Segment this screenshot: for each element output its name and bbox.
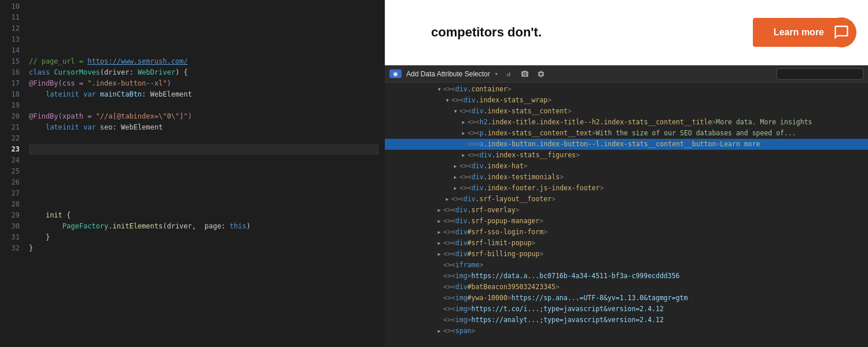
tree-row[interactable]: <> <div.srf-popup-manager> [385,216,868,227]
chat-icon [833,24,849,40]
tree-row[interactable]: <> <div.container> [385,84,868,95]
tree-expand-icon[interactable] [436,229,443,236]
right-panel: competitors don't. Learn more ◉ Add Data… [385,0,868,347]
refresh-button[interactable]: ↺ [503,68,514,80]
tree-expand-icon[interactable] [436,218,443,225]
search-input[interactable] [777,68,863,80]
tree-expand-icon[interactable] [452,185,459,192]
tree-row[interactable]: <> <iframe> [385,260,868,271]
selector-badge-icon: ◉ [393,71,398,77]
tree-expand-icon[interactable] [436,207,443,214]
tree-expand-icon[interactable] [460,152,467,159]
tree-row[interactable]: <> <img#ywa-10000> https://sp.ana...=UTF… [385,293,868,304]
tree-expand-icon[interactable] [452,163,459,170]
tree-expand-icon[interactable] [436,273,443,280]
tree-row[interactable]: <> <div#srf-sso-login-form> [385,227,868,238]
tree-row[interactable]: <> <div#srf-limit-popup> [385,238,868,249]
tree-expand-icon[interactable] [436,306,443,313]
tree-expand-icon[interactable] [436,317,443,324]
gear-icon [537,70,545,78]
code-panel: 1011121314151617181920212223242526272829… [0,0,385,347]
tree-expand-icon[interactable] [460,141,467,148]
tree-expand-icon[interactable] [436,86,443,93]
promo-section: competitors don't. Learn more [385,0,868,65]
tree-row[interactable]: <> <div.index-footer.js-index-footer> [385,183,868,194]
tree-row[interactable]: <> <div.index-stats__figures> [385,150,868,161]
line-numbers: 1011121314151617181920212223242526272829… [0,0,23,347]
devtools-panel: ◉ Add Data Attribute Selector ▾ ↺ <> <di… [385,65,868,347]
selector-badge: ◉ [389,69,402,78]
code-area: 1011121314151617181920212223242526272829… [0,0,385,347]
tree-expand-icon[interactable] [444,196,451,203]
tree-expand-icon[interactable] [444,97,451,104]
tree-row[interactable]: <> <div#batBeacon395032423345> [385,282,868,293]
selector-name-label[interactable]: Add Data Attribute Selector [406,70,490,78]
tree-expand-icon[interactable] [452,174,459,181]
tree-row[interactable]: <> <a.index-button.index-button--l.index… [385,139,868,150]
tree-expand-icon[interactable] [436,240,443,247]
tree-row[interactable]: <> <div.index-stats__content> [385,106,868,117]
screenshot-button[interactable] [519,68,531,80]
tree-expand-icon[interactable] [460,119,467,126]
devtools-toolbar: ◉ Add Data Attribute Selector ▾ ↺ [385,65,868,83]
chevron-down-icon[interactable]: ▾ [495,71,498,77]
tree-row[interactable]: <> <div#srf-billing-popup> [385,249,868,260]
tree-row[interactable]: <> <div.srf-overlay> [385,205,868,216]
tree-row[interactable]: <> <div.index-hat> [385,161,868,172]
tree-expand-icon[interactable] [460,130,467,137]
tree-expand-icon[interactable] [436,328,443,335]
tree-expand-icon[interactable] [452,108,459,115]
tree-expand-icon[interactable] [436,262,443,269]
devtools-tree[interactable]: <> <div.container><> <div.index-stats__w… [385,83,868,347]
code-content: // page_url = https://www.semrush.com/cl… [23,0,385,347]
chat-bubble-button[interactable] [826,17,856,47]
tree-row[interactable]: <> <img> https://data.a...bc0716b-4a34-4… [385,271,868,282]
camera-icon [521,70,529,78]
tree-expand-icon[interactable] [436,295,443,302]
tree-row[interactable]: <> <div.srf-layout__footer> [385,194,868,205]
tree-row[interactable]: <> <img> https://t.co/i...;type=javascri… [385,304,868,315]
tree-row[interactable]: <> <div.index-stats__wrap> [385,95,868,106]
tree-expand-icon[interactable] [436,284,443,291]
tree-expand-icon[interactable] [436,251,443,258]
tree-row[interactable]: <> <img> https://analyt...;type=javascri… [385,315,868,326]
tree-row[interactable]: <> <p.index-stats__content__text> With t… [385,128,868,139]
promo-text: competitors don't. [431,24,542,41]
tree-row[interactable]: <> <span> [385,326,868,337]
tree-row[interactable]: <> <h2.index-title.index-title--h2.index… [385,117,868,128]
tree-row[interactable]: <> <div.index-testimonials> [385,172,868,183]
settings-button[interactable] [535,68,547,80]
